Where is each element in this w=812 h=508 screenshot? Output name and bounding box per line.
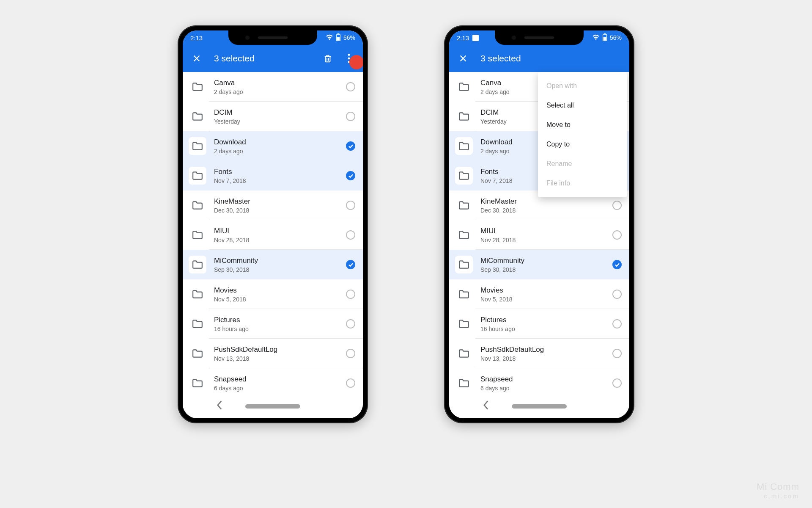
- folder-row[interactable]: PushSdkDefaultLogNov 13, 2018: [183, 339, 363, 368]
- display-notch: [228, 30, 317, 45]
- folder-row[interactable]: Download2 days ago: [183, 131, 363, 161]
- folder-icon: [190, 139, 205, 153]
- screen: 2:13 56% 3 selected: [449, 30, 629, 418]
- back-button[interactable]: [483, 400, 489, 412]
- folder-name: MiCommunity: [480, 257, 612, 265]
- folder-name: KineMaster: [480, 197, 612, 206]
- checkbox-unchecked-icon[interactable]: [346, 290, 355, 299]
- menu-item: File info: [538, 174, 627, 193]
- checkbox-unchecked-icon[interactable]: [612, 290, 622, 299]
- checkbox-unchecked-icon[interactable]: [346, 112, 355, 121]
- folder-icon: [190, 168, 205, 183]
- folder-name: PushSdkDefaultLog: [480, 345, 612, 354]
- folder-row[interactable]: Snapseed6 days ago: [183, 368, 363, 395]
- checkbox-unchecked-icon[interactable]: [612, 230, 622, 240]
- phone-left: 2:13 56% 3 selected: [178, 25, 368, 423]
- folder-row[interactable]: Snapseed6 days ago: [449, 368, 629, 395]
- back-button[interactable]: [217, 400, 222, 412]
- folder-timestamp: Yesterday: [214, 118, 346, 125]
- folder-icon: [457, 80, 471, 94]
- folder-row[interactable]: KineMasterDec 30, 2018: [183, 190, 363, 220]
- status-battery: 56%: [610, 34, 622, 41]
- folder-timestamp: Nov 28, 2018: [480, 237, 612, 243]
- folder-timestamp: 2 days ago: [214, 88, 346, 95]
- svg-rect-1: [337, 33, 340, 34]
- status-battery: 56%: [343, 34, 355, 41]
- checkbox-unchecked-icon[interactable]: [346, 349, 355, 358]
- svg-rect-5: [326, 56, 330, 62]
- folder-row[interactable]: Pictures16 hours ago: [183, 309, 363, 339]
- folder-name: MIUI: [480, 227, 612, 235]
- folder-timestamp: Dec 30, 2018: [480, 207, 612, 214]
- folder-icon: [457, 376, 471, 390]
- folder-row[interactable]: Pictures16 hours ago: [449, 309, 629, 339]
- folder-timestamp: Nov 13, 2018: [214, 355, 346, 362]
- phone-right: 2:13 56% 3 selected: [444, 25, 634, 423]
- close-button[interactable]: [191, 53, 202, 64]
- status-time: 2:13: [457, 34, 469, 41]
- folder-row[interactable]: MIUINov 28, 2018: [449, 220, 629, 250]
- folder-icon: [190, 287, 205, 301]
- checkbox-unchecked-icon[interactable]: [346, 201, 355, 210]
- menu-item[interactable]: Copy to: [538, 135, 627, 154]
- folder-list[interactable]: Canva2 days agoDCIMYesterdayDownload2 da…: [183, 72, 363, 395]
- checkbox-unchecked-icon[interactable]: [612, 319, 622, 329]
- checkbox-unchecked-icon[interactable]: [346, 378, 355, 388]
- menu-item[interactable]: Select all: [538, 96, 627, 115]
- checkbox-unchecked-icon[interactable]: [346, 82, 355, 91]
- folder-row[interactable]: MiCommunitySep 30, 2018: [449, 250, 629, 279]
- folder-icon: [190, 376, 205, 390]
- folder-timestamp: 2 days ago: [214, 148, 346, 155]
- folder-icon: [457, 168, 471, 183]
- folder-name: Fonts: [214, 168, 346, 176]
- folder-timestamp: 6 days ago: [214, 385, 346, 392]
- folder-timestamp: Nov 28, 2018: [214, 237, 346, 243]
- folder-row[interactable]: PushSdkDefaultLogNov 13, 2018: [449, 339, 629, 368]
- folder-icon: [457, 228, 471, 242]
- checkbox-unchecked-icon[interactable]: [612, 201, 622, 210]
- folder-row[interactable]: DCIMYesterday: [183, 102, 363, 131]
- checkbox-checked-icon[interactable]: [346, 141, 355, 151]
- menu-item: Open with: [538, 76, 627, 96]
- checkbox-checked-icon[interactable]: [346, 171, 355, 180]
- wifi-icon: [592, 34, 600, 41]
- watermark: Mi Comm c.mi.com: [757, 481, 799, 500]
- selection-count: 3 selected: [480, 53, 521, 64]
- display-notch: [495, 30, 584, 45]
- checkbox-unchecked-icon[interactable]: [612, 349, 622, 358]
- folder-name: DCIM: [214, 108, 346, 117]
- selection-count: 3 selected: [214, 53, 255, 64]
- close-button[interactable]: [458, 53, 469, 64]
- folder-timestamp: Nov 7, 2018: [214, 177, 346, 184]
- folder-name: Pictures: [480, 316, 612, 324]
- folder-icon: [457, 257, 471, 272]
- overflow-menu: Open withSelect allMove toCopy toRenameF…: [538, 72, 627, 197]
- checkbox-checked-icon[interactable]: [612, 260, 622, 269]
- folder-row[interactable]: Canva2 days ago: [183, 72, 363, 102]
- folder-name: MiCommunity: [214, 257, 346, 265]
- svg-rect-14: [604, 37, 606, 41]
- battery-icon: [602, 33, 607, 42]
- checkbox-checked-icon[interactable]: [346, 260, 355, 269]
- svg-rect-2: [337, 37, 340, 41]
- folder-name: Snapseed: [214, 375, 346, 384]
- folder-name: Movies: [480, 286, 612, 295]
- folder-row[interactable]: FontsNov 7, 2018: [183, 161, 363, 190]
- folder-row[interactable]: MiCommunitySep 30, 2018: [183, 250, 363, 279]
- checkbox-unchecked-icon[interactable]: [612, 378, 622, 388]
- folder-icon: [457, 139, 471, 153]
- battery-icon: [336, 33, 341, 42]
- checkbox-unchecked-icon[interactable]: [346, 230, 355, 240]
- checkbox-unchecked-icon[interactable]: [346, 319, 355, 329]
- home-pill[interactable]: [245, 404, 300, 409]
- folder-name: Movies: [214, 286, 346, 295]
- folder-row[interactable]: MIUINov 28, 2018: [183, 220, 363, 250]
- folder-row[interactable]: MoviesNov 5, 2018: [183, 279, 363, 309]
- delete-button[interactable]: [322, 53, 333, 64]
- folder-timestamp: Sep 30, 2018: [214, 266, 346, 273]
- menu-item[interactable]: Move to: [538, 115, 627, 135]
- home-pill[interactable]: [512, 404, 567, 409]
- menu-item: Rename: [538, 154, 627, 174]
- folder-name: Snapseed: [480, 375, 612, 384]
- folder-row[interactable]: MoviesNov 5, 2018: [449, 279, 629, 309]
